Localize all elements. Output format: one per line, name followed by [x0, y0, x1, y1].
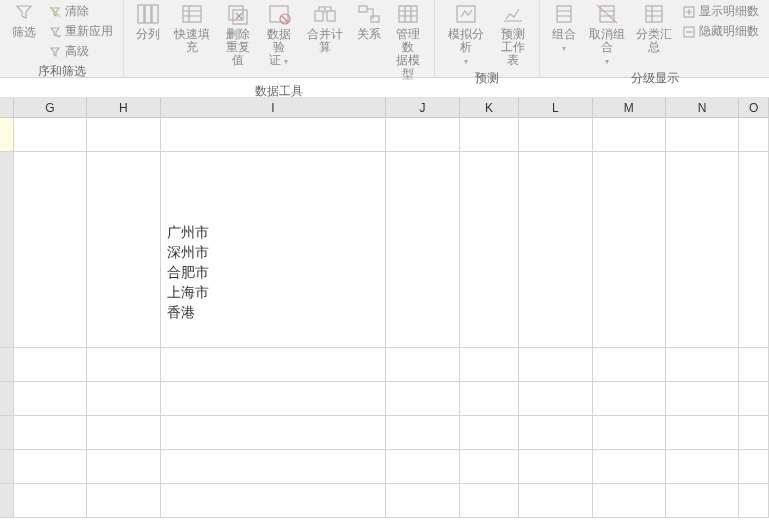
cell[interactable] [666, 382, 739, 416]
cell[interactable] [386, 348, 459, 382]
group-label-sortfilter: 序和筛选 [38, 61, 86, 84]
cell[interactable] [519, 416, 592, 450]
cell[interactable] [460, 348, 519, 382]
cell[interactable] [739, 416, 769, 450]
cell[interactable] [87, 484, 160, 518]
cell[interactable] [161, 450, 387, 484]
cell[interactable] [666, 416, 739, 450]
cell-I2[interactable]: 广州市 深州市 合肥市 上海市 香港 [161, 152, 387, 348]
cell[interactable] [739, 152, 769, 348]
cell[interactable] [87, 118, 160, 152]
filter-button[interactable]: 筛选 [6, 0, 42, 39]
col-head-N[interactable]: N [666, 98, 739, 117]
forecast-sheet-button[interactable]: 预测工作表 [493, 0, 533, 68]
cell[interactable] [87, 152, 160, 348]
consolidate-button[interactable]: 合并计算 [300, 0, 349, 54]
cell[interactable] [460, 152, 519, 348]
row-head[interactable] [0, 382, 14, 416]
cell[interactable] [14, 348, 87, 382]
cell[interactable] [161, 382, 387, 416]
row-head[interactable] [0, 348, 14, 382]
cell[interactable] [519, 450, 592, 484]
whatif-button[interactable]: 模拟分析▾ [441, 0, 492, 68]
cell[interactable] [666, 450, 739, 484]
cell[interactable] [593, 416, 666, 450]
cell[interactable] [666, 152, 739, 348]
cell[interactable] [161, 348, 387, 382]
cell[interactable] [519, 484, 592, 518]
cell[interactable] [161, 416, 387, 450]
subtotal-button[interactable]: 分类汇总 [631, 0, 676, 54]
cell[interactable] [739, 118, 769, 152]
manage-model-button[interactable]: 管理数据模型 [389, 0, 428, 81]
cell[interactable] [460, 118, 519, 152]
cell[interactable] [460, 416, 519, 450]
cell[interactable] [519, 348, 592, 382]
cell[interactable] [386, 484, 459, 518]
cell[interactable] [87, 450, 160, 484]
col-head-L[interactable]: L [519, 98, 592, 117]
row-head[interactable] [0, 450, 14, 484]
cell[interactable] [519, 118, 592, 152]
cell[interactable] [386, 152, 459, 348]
show-detail-button[interactable]: 显示明细数 [678, 2, 763, 21]
active-cell-edge[interactable] [0, 118, 14, 152]
col-head-M[interactable]: M [593, 98, 666, 117]
cell[interactable] [739, 348, 769, 382]
cell[interactable] [593, 152, 666, 348]
cell[interactable] [386, 382, 459, 416]
cell[interactable] [460, 382, 519, 416]
svg-rect-1 [145, 5, 151, 23]
cell[interactable] [593, 348, 666, 382]
cell[interactable] [739, 382, 769, 416]
cell[interactable] [666, 484, 739, 518]
svg-rect-13 [457, 6, 475, 22]
advanced-button[interactable]: 高级 [44, 42, 117, 61]
cell[interactable] [739, 450, 769, 484]
cell[interactable] [666, 118, 739, 152]
col-head-H[interactable]: H [87, 98, 160, 117]
cell[interactable] [739, 484, 769, 518]
cell[interactable] [87, 348, 160, 382]
row-head[interactable] [0, 416, 14, 450]
remove-duplicates-button[interactable]: 删除重复值 [219, 0, 258, 68]
cell[interactable] [460, 450, 519, 484]
row-head[interactable] [0, 484, 14, 518]
cell[interactable] [161, 484, 387, 518]
cell[interactable] [593, 484, 666, 518]
cell[interactable] [386, 450, 459, 484]
cell[interactable] [519, 382, 592, 416]
cell[interactable] [14, 484, 87, 518]
text-to-columns-button[interactable]: 分列 [130, 0, 166, 41]
relationships-button[interactable]: 关系 [351, 0, 387, 41]
cell[interactable] [460, 484, 519, 518]
cell[interactable] [386, 118, 459, 152]
hide-detail-button[interactable]: 隐藏明细数 [678, 22, 763, 41]
clear-button[interactable]: 清除 [44, 2, 117, 21]
col-head-J[interactable]: J [386, 98, 459, 117]
cell[interactable] [519, 152, 592, 348]
reapply-button[interactable]: 重新应用 [44, 22, 117, 41]
cell[interactable] [14, 382, 87, 416]
col-head-I[interactable]: I [161, 98, 387, 117]
row-head[interactable] [0, 152, 14, 348]
col-head-G[interactable]: G [14, 98, 87, 117]
data-validation-button[interactable]: 数据验证 ▾ [259, 0, 298, 68]
cell[interactable] [14, 118, 87, 152]
col-head-O[interactable]: O [739, 98, 769, 117]
flash-fill-button[interactable]: 快速填充 [168, 0, 217, 54]
cell[interactable] [14, 450, 87, 484]
cell[interactable] [87, 382, 160, 416]
cell[interactable] [14, 152, 87, 348]
cell[interactable] [14, 416, 87, 450]
cell[interactable] [386, 416, 459, 450]
cell[interactable] [593, 450, 666, 484]
cell[interactable] [666, 348, 739, 382]
group-rows-button[interactable]: 组合▾ [546, 0, 582, 54]
ungroup-button[interactable]: 取消组合▾ [584, 0, 629, 68]
cell[interactable] [593, 382, 666, 416]
cell[interactable] [87, 416, 160, 450]
cell[interactable] [593, 118, 666, 152]
cell[interactable] [161, 118, 387, 152]
col-head-K[interactable]: K [460, 98, 519, 117]
